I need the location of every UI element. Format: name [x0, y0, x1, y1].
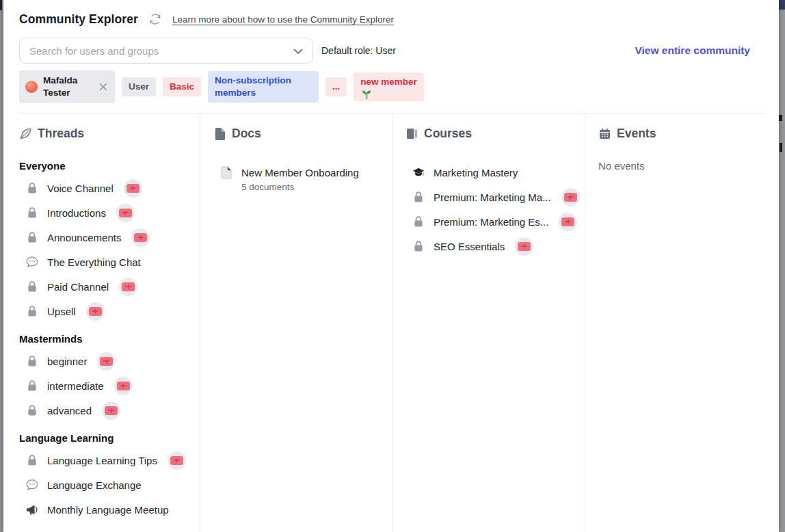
lock-icon: [26, 183, 38, 194]
item-label: Premium: Marketing Es...: [434, 216, 548, 228]
thread-item[interactable]: The Everything Chat: [26, 250, 200, 274]
item-label: Language Exchange: [47, 479, 142, 491]
section-title: Language Learning: [19, 432, 200, 444]
item-label: New Member Onboarding: [241, 167, 359, 178]
restricted-badge: [561, 188, 580, 207]
filter-chip-more[interactable]: ...: [325, 77, 347, 96]
thread-item[interactable]: Monthly Language Meetup: [26, 497, 200, 522]
view-entire-community-link[interactable]: View entire community: [635, 44, 750, 57]
background-artifact: [779, 0, 785, 10]
toolbar: Default role: User View entire community: [19, 38, 765, 64]
doc-item[interactable]: New Member Onboarding: [220, 160, 392, 185]
item-subtext: 5 documents: [241, 182, 392, 192]
restricted-badge: [86, 302, 105, 321]
background-artifact: [0, 0, 2, 10]
thread-item[interactable]: Introductions: [26, 200, 200, 225]
section-title: Masterminds: [19, 333, 200, 345]
thread-item[interactable]: Announcements: [26, 225, 200, 250]
refresh-button[interactable]: [148, 11, 163, 27]
item-label: The Everything Chat: [47, 256, 141, 268]
columns: ThreadsEveryoneVoice ChannelIntroduction…: [3, 114, 779, 532]
lock-icon: [412, 191, 425, 203]
avatar: [25, 81, 38, 93]
remove-filter-button[interactable]: [98, 81, 109, 92]
thread-item[interactable]: advanced: [26, 398, 200, 423]
restricted-badge: [124, 179, 142, 198]
chat-icon: [26, 479, 38, 491]
restricted-badge: [168, 451, 186, 470]
thread-item[interactable]: Upsell: [26, 299, 200, 323]
thread-item[interactable]: intermediate: [26, 373, 200, 398]
megaphone-icon: [26, 504, 38, 516]
item-label: Monthly Language Meetup: [47, 504, 169, 516]
filter-chip-user-mafalda[interactable]: Mafalda Tester: [19, 70, 115, 103]
learn-more-link[interactable]: Learn more about how to use the Communit…: [172, 14, 394, 25]
calendar-icon: [598, 128, 611, 139]
item-label: intermediate: [47, 380, 104, 392]
thread-item[interactable]: beginner: [26, 349, 200, 373]
restricted-badge: [119, 278, 137, 296]
refresh-icon: [149, 12, 161, 26]
page-icon: [220, 166, 232, 179]
search-input[interactable]: [19, 38, 313, 64]
lock-icon: [412, 216, 425, 228]
background-artifact: [779, 115, 782, 121]
filter-chips: Mafalda TesterUserBasicNon-subscription …: [19, 70, 765, 103]
restricted-badge: [131, 228, 150, 247]
course-item[interactable]: Marketing Mastery: [412, 160, 585, 185]
column-threads: ThreadsEveryoneVoice ChannelIntroduction…: [19, 114, 200, 532]
item-label: SEO Essentials: [434, 241, 505, 252]
item-label: Announcements: [47, 232, 121, 243]
column-title: Threads: [38, 127, 84, 141]
filter-chip-segment-non-subscription[interactable]: Non-subscription members: [208, 71, 319, 103]
filter-chip-plan-basic[interactable]: Basic: [163, 77, 201, 96]
course-item[interactable]: Premium: Marketing Ma...: [412, 185, 585, 209]
thread-item[interactable]: Voice Channel: [26, 176, 200, 200]
background-page-edge-right: [779, 0, 785, 532]
column-header-courses: Courses: [405, 127, 585, 141]
column-docs: DocsNew Member Onboarding5 documents: [200, 114, 392, 532]
restricted-badge: [116, 204, 135, 222]
section-title: Everyone: [19, 160, 200, 172]
restricted-badge: [97, 352, 116, 371]
column-header-docs: Docs: [213, 127, 392, 141]
course-item[interactable]: SEO Essentials: [412, 234, 585, 258]
column-header-events: Events: [598, 127, 779, 141]
background-artifact: [780, 143, 782, 152]
gradcap-icon: [412, 167, 425, 178]
chip-label: Mafalda Tester: [43, 75, 87, 99]
item-label: Marketing Mastery: [434, 167, 518, 178]
column-courses: CoursesMarketing MasteryPremium: Marketi…: [392, 114, 585, 532]
restricted-badge: [114, 377, 133, 395]
community-explorer-modal: Community Explorer Learn more about how …: [3, 0, 779, 532]
lock-icon: [26, 356, 38, 367]
thread-item[interactable]: Language Exchange: [26, 473, 200, 497]
chat-icon: [26, 256, 38, 268]
item-label: Upsell: [47, 306, 76, 317]
item-label: Paid Channel: [47, 281, 109, 293]
lock-icon: [26, 281, 38, 293]
item-label: Introductions: [47, 207, 106, 219]
doc-icon: [213, 128, 226, 140]
item-label: beginner: [47, 356, 87, 367]
column-title: Events: [617, 127, 656, 141]
lock-icon: [26, 232, 38, 243]
chip-label: User: [129, 81, 149, 93]
chip-label: Non-subscription members: [215, 75, 312, 99]
course-item[interactable]: Premium: Marketing Es...: [412, 209, 585, 234]
restricted-badge: [102, 401, 120, 420]
column-header-threads: Threads: [19, 127, 200, 141]
lock-icon: [26, 455, 38, 466]
item-label: advanced: [47, 405, 92, 416]
restricted-badge: [515, 237, 533, 256]
lock-icon: [26, 405, 38, 416]
item-label: Premium: Marketing Ma...: [434, 191, 551, 203]
thread-item[interactable]: Language Learning Tips: [26, 448, 200, 473]
lock-icon: [412, 241, 425, 252]
thread-item[interactable]: Paid Channel: [26, 274, 200, 299]
seedling-icon: [360, 89, 373, 99]
filter-chip-role-user[interactable]: User: [122, 77, 156, 96]
lock-icon: [26, 306, 38, 317]
chip-label: ...: [332, 81, 340, 93]
filter-chip-tag-new-member[interactable]: new member: [354, 72, 424, 101]
